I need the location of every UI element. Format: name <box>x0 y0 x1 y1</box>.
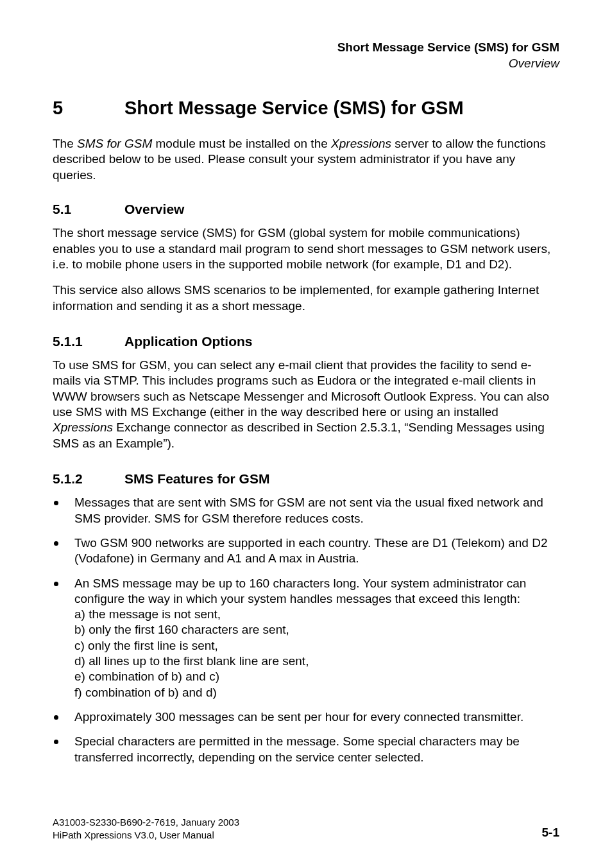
italic-text: Xpressions <box>331 137 391 150</box>
running-head-title: Short Message Service (SMS) for GSM <box>53 40 559 56</box>
italic-text: Xpressions <box>53 421 113 434</box>
text: Exchange connector as described in Secti… <box>53 421 545 449</box>
list-item-line: Messages that are sent with SMS for GSM … <box>74 495 559 526</box>
intro-paragraph: The SMS for GSM module must be installed… <box>53 136 559 183</box>
list-item-line: b) only the first 160 characters are sen… <box>74 622 559 638</box>
subsection-heading-5-1-1: 5.1.1Application Options <box>53 333 559 350</box>
list-item-line: Approximately 300 messages can be sent p… <box>74 709 559 725</box>
footer-line1: A31003-S2330-B690-2-7619, January 2003 <box>53 817 239 828</box>
footer-left: A31003-S2330-B690-2-7619, January 2003 H… <box>53 816 239 841</box>
footer-line2: HiPath Xpressions V3.0, User Manual <box>53 829 214 840</box>
list-item-line: An SMS message may be up to 160 characte… <box>74 576 559 607</box>
text: module must be installed on the <box>152 137 331 150</box>
list-item-line: a) the message is not sent, <box>74 607 559 622</box>
subsection-number: 5.1.2 <box>53 471 124 487</box>
running-head: Short Message Service (SMS) for GSM Over… <box>53 40 559 71</box>
list-item-line: Two GSM 900 networks are supported in ea… <box>74 535 559 567</box>
list-item-line: c) only the first line is sent, <box>74 638 559 654</box>
chapter-heading: 5Short Message Service (SMS) for GSM <box>53 97 559 119</box>
list-item-line: d) all lines up to the first blank line … <box>74 654 559 669</box>
list-item: Approximately 300 messages can be sent p… <box>53 709 559 725</box>
list-item: Two GSM 900 networks are supported in ea… <box>53 535 559 567</box>
italic-text: SMS for GSM <box>77 137 152 150</box>
section-title: Overview <box>124 202 184 216</box>
list-item-line: e) combination of b) and c) <box>74 669 559 684</box>
text: To use SMS for GSM, you can select any e… <box>53 358 549 419</box>
body-paragraph: To use SMS for GSM, you can select any e… <box>53 358 559 451</box>
list-item: Special characters are permitted in the … <box>53 734 559 765</box>
body-paragraph: This service also allows SMS scenarios t… <box>53 282 559 314</box>
subsection-heading-5-1-2: 5.1.2SMS Features for GSM <box>53 471 559 487</box>
page-footer: A31003-S2330-B690-2-7619, January 2003 H… <box>53 816 559 841</box>
subsection-title: Application Options <box>124 334 253 349</box>
body-paragraph: The short message service (SMS) for GSM … <box>53 225 559 272</box>
page-number: 5-1 <box>542 825 559 841</box>
list-item: An SMS message may be up to 160 characte… <box>53 576 559 701</box>
chapter-number: 5 <box>53 97 124 119</box>
running-head-sub: Overview <box>53 56 559 72</box>
subsection-title: SMS Features for GSM <box>124 471 269 486</box>
chapter-title: Short Message Service (SMS) for GSM <box>124 98 464 118</box>
text: The <box>53 137 77 150</box>
page: Short Message Service (SMS) for GSM Over… <box>0 0 612 868</box>
list-item-line: Special characters are permitted in the … <box>74 734 559 765</box>
feature-list: Messages that are sent with SMS for GSM … <box>53 495 559 765</box>
list-item-line: f) combination of b) and d) <box>74 685 559 700</box>
section-heading-5-1: 5.1Overview <box>53 201 559 218</box>
subsection-number: 5.1.1 <box>53 333 124 350</box>
list-item: Messages that are sent with SMS for GSM … <box>53 495 559 526</box>
section-number: 5.1 <box>53 201 124 218</box>
